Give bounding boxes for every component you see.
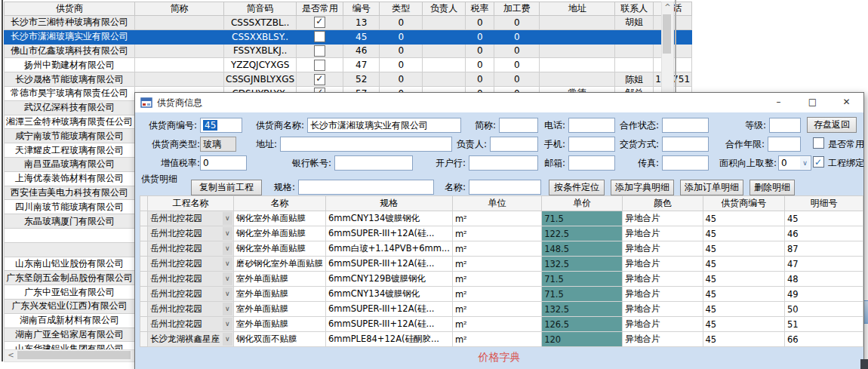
phone-input[interactable] — [568, 118, 615, 133]
cell-name[interactable]: 室外单面贴膜 — [233, 272, 325, 287]
mobile-input[interactable] — [568, 137, 615, 152]
cell-color[interactable]: 异地合片 — [623, 272, 703, 287]
cell-price[interactable]: 132.5 — [542, 257, 623, 272]
cell-spec[interactable]: 6mmSUPER-III+12A(硅... — [325, 257, 452, 272]
minimize-button[interactable]: – — [762, 93, 796, 112]
column-header[interactable]: 工程名称 — [147, 196, 233, 211]
cell-detail-no[interactable]: 45 — [784, 211, 863, 226]
cell-supplier-no[interactable]: 45 — [703, 302, 784, 317]
address-input[interactable] — [280, 137, 452, 152]
cell-color[interactable]: 异地合片 — [623, 226, 703, 241]
cell-supplier-no[interactable]: 45 — [703, 241, 784, 257]
detail-row[interactable]: 长沙龙湖祺鑫星座∨ 钢化双面不贴膜 6mmPLE84+12A(硅酮胶... m²… — [140, 332, 863, 347]
column-header[interactable]: 单价 — [542, 196, 623, 211]
column-header[interactable]: 供货商编号 — [703, 196, 784, 211]
cell-project-combo[interactable]: 长沙龙湖祺鑫星座∨ — [147, 332, 233, 347]
cell-unit[interactable]: m² — [452, 241, 541, 257]
cell-price[interactable]: 120 — [542, 332, 623, 347]
column-header[interactable]: 简音码 — [224, 2, 297, 16]
detail-grid[interactable]: 工程名称名称规格单位单价颜色供货商编号明细号 岳州北控花园∨ 钢化室外单面贴膜 … — [140, 195, 863, 347]
cell-project-combo[interactable]: 岳州北控花园∨ — [147, 241, 233, 257]
dropdown-arrow-icon[interactable]: ∨ — [223, 288, 232, 300]
cell-supplier-no[interactable]: 45 — [703, 272, 784, 287]
save-return-button[interactable]: 存盘返回 — [807, 117, 857, 133]
dropdown-arrow-icon[interactable]: ∨ — [223, 318, 232, 331]
cell-detail-no[interactable]: 87 — [784, 241, 863, 257]
bank-input[interactable] — [469, 155, 538, 171]
cell-supplier-no[interactable]: 45 — [703, 257, 784, 272]
cell-name[interactable]: 室外单面贴膜 — [233, 317, 325, 332]
supplier-row[interactable]: 长沙市三湘特种玻璃有限公司CSSSXTZBL..13000胡姐 — [5, 16, 692, 30]
row-selector[interactable] — [140, 226, 148, 241]
cell-price[interactable]: 71.5 — [542, 272, 623, 287]
detail-row[interactable]: 岳州北控花园∨ 室外单面贴膜 6mmCNY129B镀膜钢化 m² 71.5 异地… — [140, 272, 863, 287]
cell-supplier-no[interactable]: 45 — [703, 226, 784, 241]
cell-name[interactable]: 钢化双面不贴膜 — [233, 332, 325, 347]
cell-project-combo[interactable]: 岳州北控花园∨ — [147, 257, 233, 272]
grade-input[interactable] — [769, 118, 801, 133]
cell-color[interactable]: 异地合片 — [623, 332, 703, 347]
dropdown-arrow-icon[interactable]: ∨ — [223, 272, 232, 285]
cell-color[interactable]: 异地合片 — [623, 317, 703, 332]
cell-project-combo[interactable]: 岳州北控花园∨ — [147, 317, 233, 332]
column-header[interactable]: 明细号 — [784, 196, 863, 211]
detail-row[interactable]: 岳州北控花园∨ 室外单面贴膜 6mmSUPER-III+12A(硅... m² … — [140, 302, 863, 317]
coop-status-input[interactable] — [662, 118, 709, 133]
cell-color[interactable]: 异地合片 — [623, 257, 703, 272]
cell-detail-no[interactable]: 49 — [784, 287, 863, 302]
locate-by-condition-button[interactable]: 按条件定位 — [549, 180, 605, 195]
dropdown-arrow-icon[interactable]: ∨ — [223, 212, 232, 225]
cell-unit[interactable]: m² — [452, 317, 541, 332]
detail-row[interactable]: 岳州北控花园∨ 钢化室外单面贴膜 6mm白玻+1.14PVB+6mm... m²… — [140, 241, 863, 257]
cell-project-combo[interactable]: 岳州北控花园∨ — [147, 272, 233, 287]
row-selector[interactable] — [140, 317, 148, 332]
cell-unit[interactable]: m² — [452, 257, 541, 272]
vat-rate-input[interactable]: 0 — [200, 155, 247, 171]
cell-color[interactable]: 异地合片 — [623, 287, 703, 302]
maximize-button[interactable]: □ — [796, 93, 830, 112]
supplier-name-input[interactable]: 长沙市潇湘玻璃实业有限公司 — [307, 118, 461, 133]
cell-spec[interactable]: 6mmPLE84+12A(硅酮胶... — [325, 332, 452, 347]
detail-row[interactable]: 岳州北控花园∨ 室外单面贴膜 6mmSUPER-III+12A(硅... m² … — [140, 317, 863, 332]
detail-row[interactable]: 岳州北控花园∨ 钢化室外单面贴膜 6mmCNY134镀膜钢化 m² 71.5 异… — [140, 211, 863, 226]
detail-row[interactable]: 岳州北控花园∨ 钢化室外单面贴膜 6mmSUPER-III+12A(硅... m… — [140, 226, 863, 241]
supplier-row[interactable]: 扬州中勤建材有限公司YZZQJCYXGS47000 — [5, 58, 692, 72]
cell-project-combo[interactable]: 岳州北控花园∨ — [147, 302, 233, 317]
close-button[interactable]: ✕ — [830, 93, 863, 112]
cell-supplier-no[interactable]: 45 — [703, 332, 784, 347]
cell-project-combo[interactable]: 岳州北控花园∨ — [147, 226, 233, 241]
cell-name[interactable]: 磨砂钢化室外单面贴膜 — [233, 257, 325, 272]
dropdown-arrow-icon[interactable]: ∨ — [223, 303, 232, 315]
column-header[interactable]: 地址 — [540, 2, 615, 16]
cell-name[interactable]: 室外单面贴膜 — [233, 287, 325, 302]
column-header[interactable]: 供货商 — [5, 2, 135, 16]
column-header[interactable]: 加工费 — [494, 2, 540, 16]
dropdown-arrow-icon[interactable]: ∨ — [223, 257, 232, 270]
is-common-checkbox[interactable]: 是否常用 — [813, 137, 864, 152]
row-selector[interactable] — [140, 241, 148, 257]
cell-spec[interactable]: 6mmCNY134镀膜钢化 — [325, 211, 452, 226]
cell-color[interactable]: 异地合片 — [623, 211, 703, 226]
delivery-method-input[interactable] — [662, 137, 709, 152]
column-header[interactable]: 简称 — [135, 2, 224, 16]
column-header[interactable]: 颜色 — [623, 196, 703, 211]
supplier-row[interactable]: 长沙晟格节能玻璃有限公司CSSGJNBLYXGS52000陈姐180751 — [5, 72, 692, 87]
fax-input[interactable] — [662, 155, 709, 171]
cell-detail-no[interactable]: 46 — [784, 226, 863, 241]
common-checkbox[interactable] — [314, 17, 325, 28]
column-header[interactable]: 类型 — [380, 2, 423, 16]
vertical-scrollbar-thumb[interactable] — [663, 14, 671, 54]
cell-name[interactable]: 钢化室外单面贴膜 — [233, 211, 325, 226]
row-selector[interactable] — [140, 211, 148, 226]
scroll-left-icon[interactable]: < — [6, 350, 16, 361]
row-selector[interactable] — [140, 272, 148, 287]
area-round-up-select[interactable]: 0∨ — [778, 155, 811, 171]
cell-supplier-no[interactable]: 45 — [703, 211, 784, 226]
scroll-up-icon[interactable]: ^ — [662, 2, 673, 14]
cell-unit[interactable]: m² — [452, 302, 541, 317]
column-header[interactable]: 税率 — [466, 2, 494, 16]
cell-spec[interactable]: 6mmSUPER-III+12A(硅... — [325, 317, 452, 332]
short-name-input[interactable] — [499, 118, 538, 133]
column-header[interactable]: 名称 — [233, 196, 325, 211]
column-header[interactable]: 规格 — [325, 196, 452, 211]
